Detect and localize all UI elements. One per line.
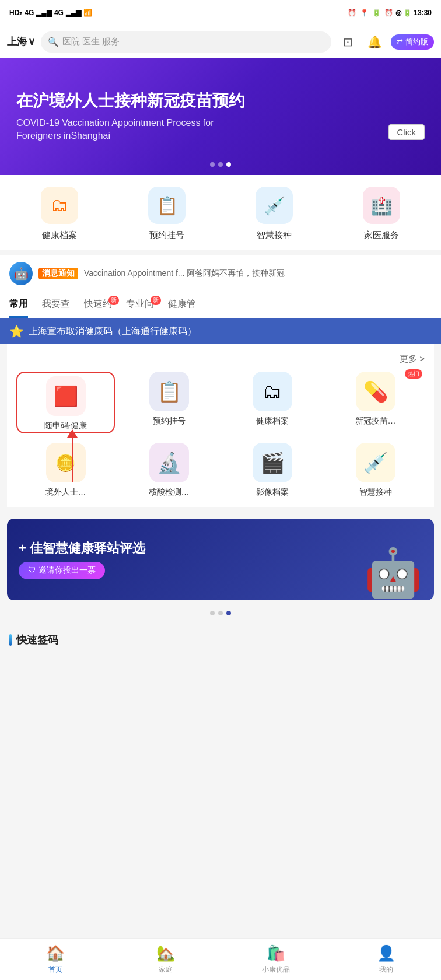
dot-3 [226, 162, 231, 167]
nav-home[interactable]: 🏠 首页 [0, 944, 110, 975]
service-items: 🟥 随申码·健康 📋 预约挂号 🗂 健康档案 [16, 372, 425, 498]
clock-icon: ⏰ [348, 9, 356, 17]
simple-mode-button[interactable]: ⇄ 简约版 [391, 34, 434, 50]
health-archive-icon: 🗂 [253, 372, 292, 411]
health-code-icon: 🟥 [46, 376, 86, 416]
appointment-label: 预约挂号 [149, 230, 184, 241]
tab-professional[interactable]: 专业问 新 [126, 298, 154, 318]
bottom-nav: 🏠 首页 🏡 家庭 🛍️ 小康优品 👤 我的 [0, 938, 441, 980]
quick-actions: 🗂 健康档案 📋 预约挂号 💉 智慧接种 🏥 家医服务 [0, 175, 441, 250]
status-right: ⏰ 📍 🔋 ⏰ ◎ 🔋 13:30 [348, 9, 432, 17]
grid-header: 更多 > [16, 354, 425, 365]
wifi-icon: 📶 [83, 9, 92, 17]
tab-common-label: 常用 [9, 299, 28, 309]
bottom-banner-sub: 🛡 邀请你投出一票 [19, 562, 105, 579]
star-icon: ⭐ [9, 324, 24, 338]
service-item-foreign[interactable]: 🪙 境外人士… [16, 443, 115, 498]
tab-quick-appt-badge: 新 [108, 296, 119, 305]
bottom-banner-dots [7, 606, 434, 620]
location-icon: 📍 [360, 9, 369, 17]
notification-tag: 消息通知 [38, 268, 78, 279]
health-archive-label: 健康档案 [256, 416, 289, 426]
tab-search[interactable]: 我要查 [42, 298, 70, 318]
service-item-health-code[interactable]: 🟥 随申码·健康 [16, 372, 115, 433]
scan-icon: ⊡ [343, 35, 353, 49]
banner-title-chinese: 在沪境外人士接种新冠疫苗预约 [16, 90, 425, 111]
home-label: 首页 [48, 965, 62, 975]
hot-badge: 热门 [405, 369, 422, 379]
tab-professional-badge: 新 [150, 296, 161, 305]
tab-bar: 常用 我要查 快速约 新 专业问 新 健康管 [0, 292, 441, 318]
banner-title-english: COVID-19 Vaccination Appointment Process… [16, 117, 238, 143]
banner-click-button[interactable]: Click [388, 124, 425, 140]
bottom-banner-wrapper: + 佳智慧健康驿站评选 🛡 邀请你投出一票 🤖 [0, 507, 441, 626]
nav-shop[interactable]: 🛍️ 小康优品 [220, 944, 331, 975]
dot-2 [218, 162, 223, 167]
service-item-covid-vaccine[interactable]: 热门 💊 新冠疫苗… [326, 372, 425, 433]
signal-4g2: 4G [54, 9, 64, 17]
simple-mode-label: ⇄ 简约版 [397, 37, 428, 46]
foreign-label: 境外人士… [46, 487, 86, 498]
bottom-banner-content: + 佳智慧健康驿站评选 🛡 邀请你投出一票 [19, 540, 145, 579]
more-link[interactable]: 更多 > [400, 354, 425, 365]
announcement-bar: ⭐ 上海宣布取消健康码（上海通行健康码） [0, 318, 441, 344]
signal-bars1: ▂▄▆ [36, 9, 52, 17]
smart-vaccine-label: 智慧接种 [359, 487, 392, 498]
tab-quick-appt-label: 快速约 [84, 299, 112, 309]
quick-action-health-records[interactable]: 🗂 健康档案 [12, 187, 107, 241]
home-icon: 🏠 [46, 944, 65, 963]
covid-vaccine-icon: 💊 [356, 372, 396, 411]
appointment-icon: 📋 [148, 187, 186, 224]
nav-family[interactable]: 🏡 家庭 [110, 944, 220, 975]
vaccine-label: 智慧接种 [257, 230, 292, 241]
quick-action-appointment[interactable]: 📋 预约挂号 [120, 187, 214, 241]
quick-action-vaccine[interactable]: 💉 智慧接种 [227, 187, 321, 241]
nav-icons: ⊡ 🔔 ⇄ 简约版 [337, 32, 434, 52]
quick-action-family[interactable]: 🏥 家医服务 [334, 187, 429, 241]
health-records-icon: 🗂 [41, 187, 78, 224]
dot-1 [210, 162, 215, 167]
tab-health-mgmt[interactable]: 健康管 [168, 298, 196, 318]
covid-vaccine-label: 新冠疫苗… [355, 416, 396, 426]
status-left: HD₂ 4G ▂▄▆ 4G ▂▄▆ 📶 [9, 9, 92, 17]
shop-label: 小康优品 [262, 965, 290, 975]
notification-avatar: 🤖 [9, 262, 33, 285]
family-nav-label: 家庭 [159, 965, 173, 975]
carrier-label: HD₂ [9, 9, 22, 17]
scan-button[interactable]: ⊡ [337, 32, 358, 52]
profile-icon: 👤 [377, 944, 396, 963]
title-bar-decoration [9, 634, 12, 646]
shop-icon: 🛍️ [267, 944, 285, 963]
health-records-label: 健康档案 [42, 230, 77, 241]
nucleic-icon: 🔬 [149, 443, 189, 482]
quick-sign-label: 快速签码 [16, 633, 58, 647]
service-item-appt[interactable]: 📋 预约挂号 [120, 372, 218, 433]
service-item-imaging[interactable]: 🎬 影像档案 [223, 443, 321, 498]
tab-health-mgmt-label: 健康管 [168, 299, 196, 309]
notification-button[interactable]: 🔔 [364, 32, 385, 52]
tab-quick-appt[interactable]: 快速约 新 [84, 298, 112, 318]
service-grid-section: 更多 > 🟥 随申码·健康 📋 [0, 344, 441, 507]
nav-my[interactable]: 👤 我的 [331, 944, 441, 975]
service-item-smart-vaccine[interactable]: 💉 智慧接种 [326, 443, 425, 498]
service-item-health-archive[interactable]: 🗂 健康档案 [223, 372, 321, 433]
time-label: ⏰ ◎ 🔋 13:30 [384, 9, 432, 17]
bottom-dot-1 [210, 611, 215, 615]
tab-search-label: 我要查 [42, 299, 70, 309]
family-icon: 🏥 [363, 187, 400, 224]
service-item-nucleic[interactable]: 🔬 核酸检测… [120, 443, 218, 498]
location-selector[interactable]: 上海 ∨ [7, 35, 35, 48]
bottom-dot-2 [218, 611, 223, 615]
bottom-banner[interactable]: + 佳智慧健康驿站评选 🛡 邀请你投出一票 🤖 [7, 519, 434, 600]
vaccine-icon: 💉 [256, 187, 293, 224]
foreign-icon: 🪙 [46, 443, 86, 482]
search-bar[interactable]: 🔍 医院 医生 服务 [41, 32, 331, 52]
bottom-banner-title: + 佳智慧健康驿站评选 [19, 540, 145, 557]
nucleic-label: 核酸检测… [149, 487, 190, 498]
tab-common[interactable]: 常用 [9, 298, 28, 318]
search-icon: 🔍 [48, 37, 59, 47]
quick-sign-title: 快速签码 [0, 626, 441, 650]
chevron-down-icon: ∨ [28, 36, 35, 48]
notification-bar[interactable]: 🤖 消息通知 Vaccination Appointment f... 阿爸阿妈… [0, 255, 441, 292]
banner-dots [210, 162, 231, 167]
